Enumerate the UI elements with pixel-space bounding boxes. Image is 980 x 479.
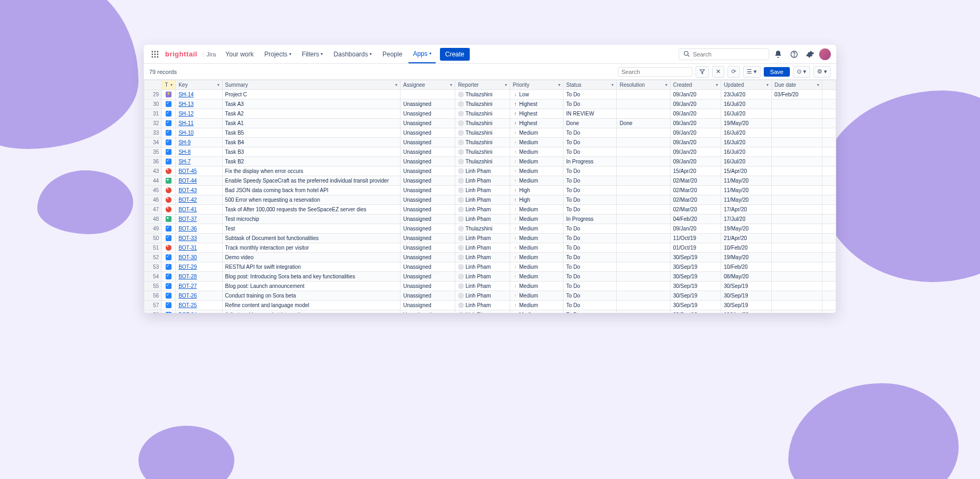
assignee-cell[interactable]: Unassigned <box>401 224 455 234</box>
table-row[interactable]: 36SH-7Task B2UnassignedThulazshini↑Mediu… <box>144 157 836 167</box>
assignee-cell[interactable]: Unassigned <box>401 205 455 214</box>
summary-cell[interactable]: Demo video <box>222 253 400 262</box>
reporter-cell[interactable]: Linh Pham <box>455 301 510 310</box>
priority-cell[interactable]: ↑Medium <box>510 147 563 157</box>
resolution-cell[interactable] <box>617 262 670 272</box>
table-row[interactable]: 44BOT-44Enable Speedy SpaceCraft as the … <box>144 176 836 186</box>
reporter-cell[interactable]: Linh Pham <box>455 195 510 205</box>
issue-key-cell[interactable]: SH-13 <box>176 100 222 109</box>
issue-key-cell[interactable]: BOT-41 <box>176 205 222 214</box>
assignee-cell[interactable]: Unassigned <box>401 128 455 138</box>
summary-cell[interactable]: Adjust and improve bot interaction <box>222 310 400 313</box>
column-dropdown-icon[interactable]: ▾ <box>716 82 718 87</box>
table-row[interactable]: 54BOT-28Blog post: Introducing Sora beta… <box>144 272 836 282</box>
resolution-cell[interactable] <box>617 109 670 119</box>
summary-cell[interactable]: Blog post: Launch announcement <box>222 282 400 291</box>
issue-key-cell[interactable]: BOT-33 <box>176 234 222 243</box>
issue-key-link[interactable]: BOT-31 <box>178 245 197 251</box>
clear-filter-button[interactable]: ✕ <box>712 66 724 78</box>
assignee-cell[interactable]: Unassigned <box>401 176 455 186</box>
column-header[interactable]: T▾ <box>162 80 176 90</box>
table-row[interactable]: 34SH-9Task B4UnassignedThulazshini↑Mediu… <box>144 138 836 147</box>
reporter-cell[interactable]: Thulazshini <box>455 224 510 234</box>
issue-key-link[interactable]: SH-7 <box>178 159 191 164</box>
reporter-cell[interactable]: Thulazshini <box>455 147 510 157</box>
column-dropdown-icon[interactable]: ▾ <box>450 82 452 87</box>
issue-key-cell[interactable]: SH-10 <box>176 128 222 138</box>
issue-key-link[interactable]: BOT-41 <box>178 207 197 212</box>
issue-key-cell[interactable]: BOT-37 <box>176 214 222 224</box>
status-cell[interactable]: To Do <box>564 195 617 205</box>
column-header[interactable]: Reporter▾ <box>455 80 510 90</box>
priority-cell[interactable]: ↑Medium <box>510 243 563 253</box>
reporter-cell[interactable]: Linh Pham <box>455 234 510 243</box>
summary-cell[interactable]: Refine content and language model <box>222 301 400 310</box>
local-search-input[interactable] <box>622 69 689 75</box>
status-cell[interactable]: In Progress <box>564 214 617 224</box>
settings-button[interactable]: ⚙ ▾ <box>813 66 831 78</box>
create-button[interactable]: Create <box>440 48 470 61</box>
issue-key-link[interactable]: BOT-24 <box>178 312 197 313</box>
nav-apps[interactable]: Apps▾ <box>409 45 435 63</box>
table-row[interactable]: 29SH-14Project CThulazshini↓LowTo Do09/J… <box>144 90 836 100</box>
issue-key-link[interactable]: BOT-44 <box>178 178 197 184</box>
assignee-cell[interactable]: Unassigned <box>401 214 455 224</box>
issue-key-link[interactable]: BOT-37 <box>178 216 197 222</box>
table-row[interactable]: 46BOT-42500 Error when requesting a rese… <box>144 195 836 205</box>
reporter-cell[interactable]: Linh Pham <box>455 272 510 282</box>
status-cell[interactable]: IN REVIEW <box>564 109 617 119</box>
column-header[interactable] <box>822 80 836 90</box>
table-row[interactable]: 47BOT-41Task of After 100,000 requests t… <box>144 205 836 214</box>
summary-cell[interactable]: Fix the display when error occurs <box>222 167 400 176</box>
reporter-cell[interactable]: Linh Pham <box>455 186 510 195</box>
resolution-cell[interactable] <box>617 224 670 234</box>
app-switcher-icon[interactable] <box>149 48 161 60</box>
column-header[interactable] <box>144 80 162 90</box>
status-cell[interactable]: To Do <box>564 282 617 291</box>
assignee-cell[interactable]: Unassigned <box>401 234 455 243</box>
table-row[interactable]: 49BOT-36TestUnassignedThulazshini↑Medium… <box>144 224 836 234</box>
priority-cell[interactable]: ↑Medium <box>510 282 563 291</box>
reporter-cell[interactable]: Linh Pham <box>455 243 510 253</box>
issue-key-cell[interactable]: SH-9 <box>176 138 222 147</box>
issue-key-cell[interactable]: BOT-44 <box>176 176 222 186</box>
issue-key-cell[interactable]: BOT-26 <box>176 291 222 301</box>
table-row[interactable]: 43BOT-45Fix the display when error occur… <box>144 167 836 176</box>
status-cell[interactable]: To Do <box>564 205 617 214</box>
reporter-cell[interactable]: Linh Pham <box>455 176 510 186</box>
column-dropdown-icon[interactable]: ▾ <box>558 82 560 87</box>
issue-key-cell[interactable]: BOT-31 <box>176 243 222 253</box>
summary-cell[interactable]: Task B3 <box>222 147 400 157</box>
assignee-cell[interactable]: Unassigned <box>401 147 455 157</box>
reporter-cell[interactable]: Thulazshini <box>455 109 510 119</box>
summary-cell[interactable]: Task B5 <box>222 128 400 138</box>
resolution-cell[interactable] <box>617 214 670 224</box>
summary-cell[interactable]: Conduct training on Sora beta <box>222 291 400 301</box>
issue-key-cell[interactable]: SH-11 <box>176 119 222 128</box>
priority-cell[interactable]: ↑High <box>510 195 563 205</box>
summary-cell[interactable]: Task A2 <box>222 109 400 119</box>
column-header[interactable]: Resolution▾ <box>617 80 670 90</box>
assignee-cell[interactable]: Unassigned <box>401 138 455 147</box>
resolution-cell[interactable] <box>617 167 670 176</box>
issue-key-link[interactable]: BOT-26 <box>178 293 197 299</box>
global-search[interactable] <box>679 48 769 60</box>
issue-key-link[interactable]: BOT-25 <box>178 302 197 308</box>
assignee-cell[interactable]: Unassigned <box>401 253 455 262</box>
resolution-cell[interactable] <box>617 301 670 310</box>
global-search-input[interactable] <box>693 51 766 57</box>
column-header[interactable]: Status▾ <box>564 80 617 90</box>
column-dropdown-icon[interactable]: ▾ <box>817 82 819 87</box>
table-row[interactable]: 45BOT-43Bad JSON data coming back from h… <box>144 186 836 195</box>
priority-cell[interactable]: ↑Highest <box>510 109 563 119</box>
reporter-cell[interactable]: Linh Pham <box>455 282 510 291</box>
resolution-cell[interactable] <box>617 157 670 167</box>
status-cell[interactable]: To Do <box>564 272 617 282</box>
issue-key-cell[interactable]: SH-7 <box>176 157 222 167</box>
priority-cell[interactable]: ↑Medium <box>510 234 563 243</box>
column-dropdown-icon[interactable]: ▾ <box>611 82 614 87</box>
issue-key-cell[interactable]: BOT-45 <box>176 167 222 176</box>
resolution-cell[interactable] <box>617 234 670 243</box>
column-header[interactable]: Due date▾ <box>772 80 822 90</box>
summary-cell[interactable]: Task A1 <box>222 119 400 128</box>
